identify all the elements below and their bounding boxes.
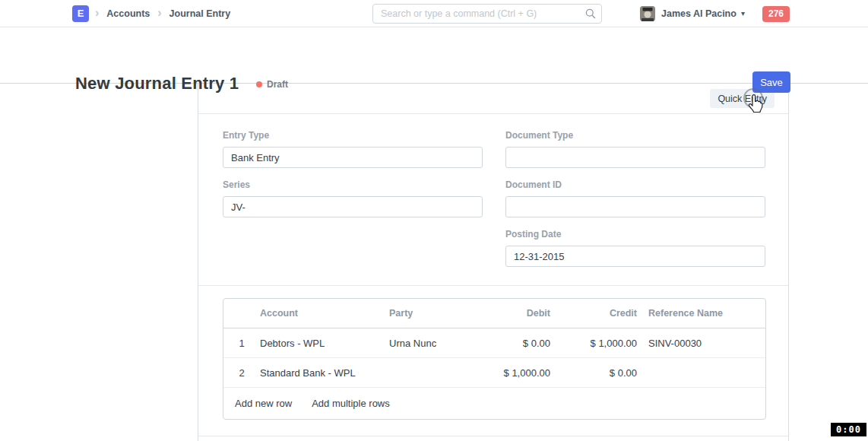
global-search (372, 4, 602, 24)
save-button[interactable]: Save (752, 71, 790, 93)
app-logo[interactable]: E (72, 5, 89, 22)
cell-account[interactable]: Debtors - WPL (260, 338, 389, 349)
cell-credit[interactable]: $ 0.00 (556, 367, 643, 379)
accounting-entries-grid: Account Party Debit Credit Reference Nam… (223, 298, 766, 420)
col-credit: Credit (556, 308, 643, 319)
document-id-label: Document ID (505, 179, 765, 190)
notification-badge[interactable]: 276 (762, 6, 790, 22)
fields-section: Entry Type Series Document Type Document… (198, 114, 788, 285)
row-index: 2 (223, 367, 260, 379)
posting-date-input[interactable] (505, 246, 765, 267)
chevron-down-icon: ▾ (741, 9, 745, 17)
document-type-input[interactable] (505, 147, 765, 168)
user-name: James Al Pacino (661, 8, 737, 19)
form-layout: Quick Entry Entry Type Series Document T… (198, 84, 789, 441)
search-input[interactable] (372, 4, 602, 24)
field-document-id: Document ID (505, 179, 765, 217)
cell-party[interactable]: Urna Nunc (389, 338, 488, 349)
fields-column-left: Entry Type Series (223, 130, 483, 267)
table-row[interactable]: 2 Standard Bank - WPL $ 1,000.00 $ 0.00 (223, 358, 765, 388)
cell-debit[interactable]: $ 0.00 (488, 338, 556, 349)
field-entry-type: Entry Type (223, 130, 483, 168)
series-input[interactable] (223, 196, 483, 217)
page-head: New Journal Entry 1 Draft Save (0, 27, 868, 84)
entry-type-input[interactable] (223, 147, 483, 168)
navbar: E › Accounts › Journal Entry James Al Pa… (0, 0, 868, 27)
chevron-right-icon: › (157, 7, 161, 21)
search-icon (585, 8, 596, 22)
row-index: 1 (223, 338, 260, 349)
field-series: Series (223, 179, 483, 217)
cell-debit[interactable]: $ 1,000.00 (488, 367, 556, 379)
field-document-type: Document Type (505, 130, 765, 168)
field-posting-date: Posting Date (505, 229, 765, 267)
draft-dot-icon (256, 81, 262, 87)
add-multiple-rows-button[interactable]: Add multiple rows (312, 398, 390, 409)
cell-credit[interactable]: $ 1,000.00 (556, 338, 643, 349)
fields-column-right: Document Type Document ID Posting Date (505, 130, 765, 267)
status-indicator: Draft (256, 79, 288, 90)
recording-timer: 0:00 (831, 423, 866, 436)
section-divider (198, 436, 788, 436)
grid-footer: Add new row Add multiple rows (223, 388, 765, 419)
document-id-input[interactable] (505, 196, 765, 217)
col-account: Account (260, 308, 389, 319)
col-reference-name: Reference Name (643, 308, 765, 319)
posting-date-label: Posting Date (505, 229, 765, 240)
section-divider (198, 285, 788, 286)
status-label: Draft (267, 79, 288, 90)
table-row[interactable]: 1 Debtors - WPL Urna Nunc $ 0.00 $ 1,000… (223, 328, 765, 358)
cell-account[interactable]: Standard Bank - WPL (260, 367, 389, 379)
grid-header-row: Account Party Debit Credit Reference Nam… (223, 299, 765, 328)
breadcrumb-accounts[interactable]: Accounts (106, 8, 150, 19)
cell-reference-name[interactable]: SINV-00030 (643, 338, 765, 349)
col-party: Party (389, 308, 488, 319)
series-label: Series (223, 179, 483, 190)
avatar (640, 6, 655, 21)
user-menu[interactable]: James Al Pacino ▾ (640, 0, 745, 27)
entry-type-label: Entry Type (223, 130, 483, 141)
col-debit: Debit (488, 308, 556, 319)
document-type-label: Document Type (505, 130, 765, 141)
breadcrumb: › Accounts › Journal Entry (95, 0, 230, 27)
add-new-row-button[interactable]: Add new row (235, 398, 292, 409)
page-title: New Journal Entry 1 (75, 74, 239, 94)
chevron-right-icon: › (95, 7, 99, 21)
breadcrumb-journal-entry[interactable]: Journal Entry (169, 8, 231, 19)
